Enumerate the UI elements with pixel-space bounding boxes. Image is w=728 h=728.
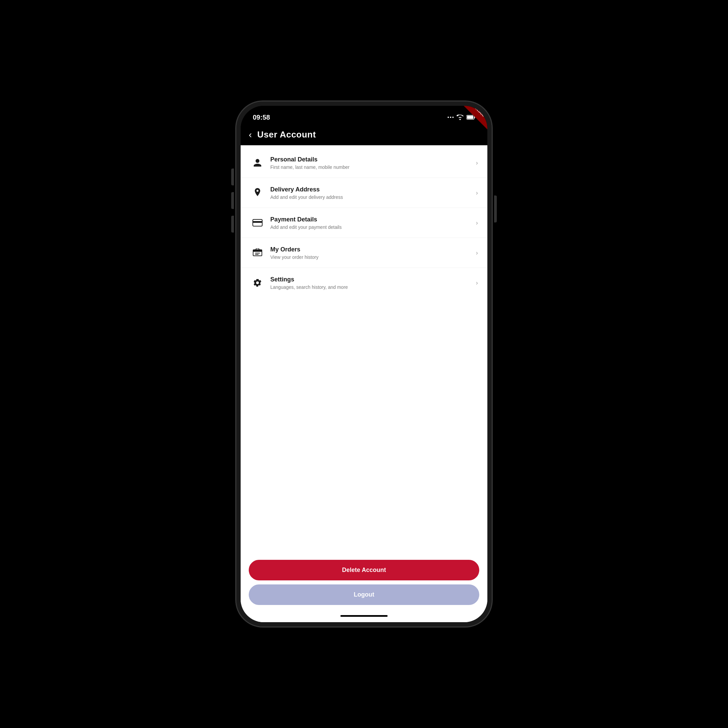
payment-details-sublabel: Add and edit your payment details: [270, 225, 476, 230]
wifi-icon: [456, 115, 464, 120]
menu-item-my-orders[interactable]: My Orders View your order history ›: [241, 238, 487, 268]
orders-icon: [250, 245, 265, 260]
personal-details-text: Personal Details First name, last name, …: [270, 156, 476, 170]
delete-account-button[interactable]: Delete Account: [249, 560, 479, 580]
location-icon: [250, 185, 265, 200]
my-orders-sublabel: View your order history: [270, 254, 476, 260]
delivery-address-text: Delivery Address Add and edit your deliv…: [270, 186, 476, 200]
phone-frame: 09:58: [236, 101, 492, 627]
logout-button[interactable]: Logout: [249, 584, 479, 605]
page-title: User Account: [257, 129, 316, 140]
volume-down-button: [231, 192, 234, 209]
back-button[interactable]: ‹: [249, 130, 252, 139]
power-button: [494, 196, 497, 222]
debug-label: DEBUG: [474, 106, 485, 117]
status-time: 09:58: [253, 113, 270, 121]
menu-item-payment-details[interactable]: Payment Details Add and edit your paymen…: [241, 208, 487, 238]
menu-item-settings[interactable]: Settings Languages, search history, and …: [241, 268, 487, 298]
menu-item-personal-details[interactable]: Personal Details First name, last name, …: [241, 148, 487, 178]
status-bar: 09:58: [241, 106, 487, 126]
my-orders-label: My Orders: [270, 246, 476, 253]
status-icons: [448, 115, 475, 120]
card-icon: [250, 216, 265, 230]
settings-sublabel: Languages, search history, and more: [270, 284, 476, 290]
volume-up-button: [231, 168, 234, 185]
phone-screen: 09:58: [241, 106, 487, 622]
personal-details-chevron: ›: [476, 159, 478, 167]
dynamic-island: [342, 110, 386, 123]
menu-item-delivery-address[interactable]: Delivery Address Add and edit your deliv…: [241, 178, 487, 208]
signal-dots-icon: [448, 115, 454, 119]
payment-details-chevron: ›: [476, 219, 478, 226]
my-orders-chevron: ›: [476, 249, 478, 257]
home-indicator-area: [241, 612, 487, 622]
svg-point-2: [452, 116, 454, 118]
payment-details-label: Payment Details: [270, 216, 476, 223]
svg-point-0: [448, 116, 449, 118]
personal-details-label: Personal Details: [270, 156, 476, 163]
menu-list: Personal Details First name, last name, …: [241, 145, 487, 554]
header: ‹ User Account: [241, 126, 487, 145]
gear-icon: [250, 275, 265, 290]
settings-text: Settings Languages, search history, and …: [270, 276, 476, 290]
settings-chevron: ›: [476, 279, 478, 286]
my-orders-text: My Orders View your order history: [270, 246, 476, 260]
delivery-address-chevron: ›: [476, 190, 478, 196]
personal-details-sublabel: First name, last name, mobile number: [270, 164, 476, 170]
svg-rect-7: [253, 221, 262, 223]
svg-rect-9: [253, 250, 262, 252]
silent-button: [231, 216, 234, 232]
bottom-buttons: Delete Account Logout: [241, 554, 487, 612]
home-bar: [340, 615, 388, 617]
person-icon: [250, 155, 265, 170]
svg-point-1: [450, 116, 451, 118]
payment-details-text: Payment Details Add and edit your paymen…: [270, 216, 476, 230]
delivery-address-sublabel: Add and edit your delivery address: [270, 194, 476, 200]
svg-rect-5: [467, 116, 474, 119]
content-area: Personal Details First name, last name, …: [241, 145, 487, 622]
settings-label: Settings: [270, 276, 476, 283]
delivery-address-label: Delivery Address: [270, 186, 476, 193]
